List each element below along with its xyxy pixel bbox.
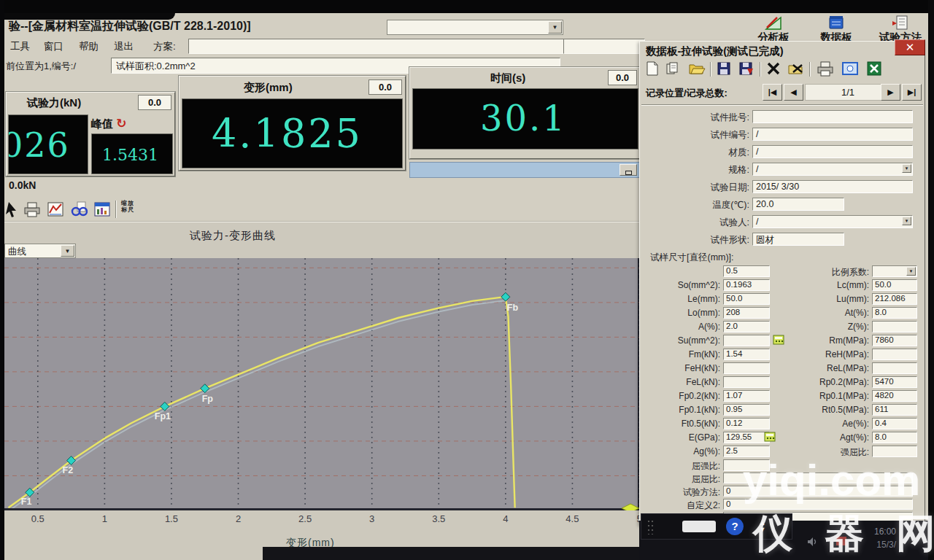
peak-lcd: 1.5431 [91, 133, 173, 174]
scale-text-icon[interactable]: 缩放标尺 [121, 200, 147, 219]
preview-icon[interactable] [841, 61, 860, 78]
copy-record-icon[interactable] [665, 61, 684, 78]
field-input[interactable]: 0.12 [723, 418, 770, 429]
help-button[interactable]: ? [726, 518, 744, 535]
export-excel-icon[interactable] [866, 61, 885, 78]
field-input[interactable]: 129.55 [723, 432, 770, 443]
field-input[interactable] [723, 362, 770, 374]
time-label: 时间(s) 0.0 [410, 68, 640, 87]
field-row: Fp0.2(kN):1.07Rp0.1(MPa):4820 [643, 389, 923, 403]
print-icon[interactable] [817, 61, 835, 78]
field-input[interactable]: 50.0 [723, 293, 770, 305]
scheme-input[interactable] [188, 39, 566, 54]
x-tick-label: 1.5 [159, 513, 184, 524]
analysis-board-icon [764, 15, 783, 31]
field-input[interactable]: 0.1963 [723, 279, 770, 291]
svg-text:F2: F2 [63, 465, 74, 475]
field-label: Lu(mm): [780, 294, 869, 304]
field-input[interactable]: /▼ [752, 215, 913, 228]
chevron-down-icon[interactable]: ▼ [61, 245, 74, 257]
deform-display-panel: 变形(mm) 0.0 4.1825 [179, 76, 406, 171]
plot-area[interactable]: F1F2Fp1FpFb [4, 258, 639, 510]
field-input[interactable]: 50.0 [872, 279, 917, 291]
calculator-icon[interactable] [764, 431, 777, 443]
field-input[interactable] [872, 349, 917, 360]
restore-window-icon[interactable] [620, 164, 637, 176]
field-input[interactable]: 2.0 [723, 321, 770, 332]
field-input[interactable]: 212.086 [872, 293, 917, 305]
first-record-button[interactable]: |◀ [763, 84, 782, 101]
new-record-icon[interactable] [644, 61, 663, 78]
peak-reset-icon[interactable]: ↻ [116, 116, 126, 131]
field-input[interactable] [872, 321, 917, 332]
field-input[interactable] [872, 362, 917, 374]
field-input[interactable] [752, 110, 913, 123]
field-input[interactable]: 20.0 [752, 198, 844, 211]
field-input[interactable]: 0.4 [872, 418, 917, 429]
field-label: Fm(kN): [643, 349, 720, 359]
field-label: 试件编号: [643, 129, 749, 141]
launcher-button[interactable] [682, 521, 716, 532]
open-file-icon[interactable] [688, 61, 707, 78]
menu-item-exit[interactable]: 退出 [114, 40, 134, 53]
monitor-bezel [0, 13, 175, 20]
analysis-board-button[interactable]: 分析板 [746, 15, 801, 44]
field-input[interactable]: 1.07 [723, 390, 770, 402]
report-window-icon[interactable] [92, 199, 112, 219]
delete-record-icon[interactable] [765, 61, 784, 78]
field-input[interactable] [723, 376, 770, 388]
drag-handle-icon[interactable] [647, 520, 655, 534]
chevron-down-icon[interactable]: ▼ [548, 21, 562, 34]
menu-item-help[interactable]: 帮助 [79, 40, 99, 53]
force-deform-curve: F1F2Fp1FpFb [4, 258, 639, 510]
field-input[interactable]: /▼ [752, 163, 913, 176]
field-input[interactable]: 0.5 [723, 265, 770, 277]
field-input[interactable]: 7860 [872, 335, 917, 346]
zoom-glasses-icon[interactable] [69, 199, 89, 219]
close-button[interactable]: ✕ [895, 39, 925, 55]
field-input[interactable]: / [752, 145, 913, 158]
menu-bar: 工具 窗口 帮助 退出 方案: [6, 39, 633, 55]
dropdown-arrow-icon[interactable]: ▼ [906, 267, 916, 276]
data-board-icon [827, 15, 846, 31]
field-label: So(mm^2): [643, 280, 720, 290]
next-record-button[interactable]: ▶ [881, 84, 900, 101]
field-label: ReH(MPa): [780, 349, 869, 359]
field-input[interactable]: 1.54 [723, 349, 770, 360]
field-input[interactable]: 2015/ 3/30 [752, 180, 913, 193]
x-tick-label: 2 [226, 513, 251, 524]
field-input[interactable]: 0.95 [723, 404, 770, 416]
prev-record-button[interactable]: ◀ [784, 84, 803, 101]
field-input[interactable]: ▼ [872, 265, 917, 277]
field-input[interactable]: 圆材 [752, 233, 844, 246]
field-input[interactable]: / [752, 128, 913, 141]
curve-chart-icon[interactable] [45, 199, 66, 219]
save-icon[interactable] [716, 61, 735, 78]
toolbar-separator [710, 62, 711, 77]
data-board-button[interactable]: 数据板 [808, 15, 864, 44]
field-row: 材质:/ [643, 144, 923, 161]
menu-item-window[interactable]: 窗口 [44, 40, 63, 53]
menu-item-tools[interactable]: 工具 [10, 40, 30, 53]
field-input[interactable]: 8.0 [872, 307, 917, 319]
position-status: 前位置为1,编号:/ [6, 60, 76, 73]
print-chart-icon[interactable] [22, 199, 42, 219]
field-input[interactable]: 8.0 [872, 432, 917, 443]
test-standard-combobox[interactable]: ▼ [387, 20, 563, 35]
curve-selector[interactable]: 曲线 ▼ [4, 244, 76, 258]
field-input[interactable]: 208 [723, 307, 770, 319]
field-input[interactable]: 4820 [872, 390, 917, 402]
last-record-button[interactable]: ▶| [902, 84, 922, 101]
dropdown-arrow-icon[interactable]: ▼ [902, 217, 911, 225]
aux-input[interactable] [563, 39, 645, 54]
save-as-icon[interactable] [738, 61, 757, 78]
field-label: 自定义2: [643, 499, 720, 512]
field-input[interactable] [723, 335, 770, 346]
field-label: Agt(%): [780, 432, 869, 443]
svg-text:Fb: Fb [507, 303, 519, 313]
clear-folder-icon[interactable] [787, 61, 806, 78]
dropdown-arrow-icon[interactable]: ▼ [902, 164, 911, 173]
monitor-bezel [0, 0, 4, 560]
field-input[interactable]: 5470 [872, 376, 917, 388]
field-input[interactable]: 611 [872, 404, 917, 416]
